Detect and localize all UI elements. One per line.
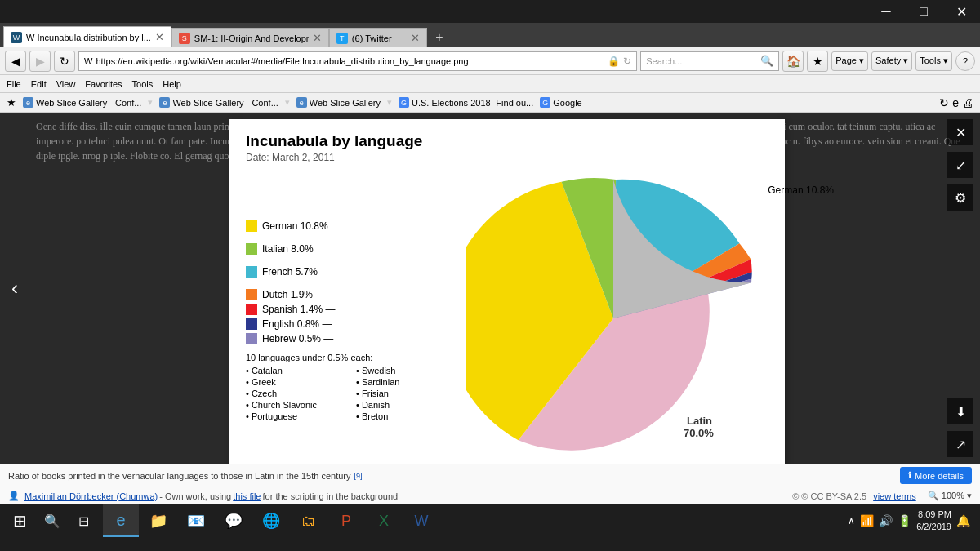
taskbar-app-ie[interactable]: e [103,504,139,537]
notification-icon[interactable]: 🔔 [956,514,970,527]
overlay-download-btn[interactable]: ⬇ [947,398,973,424]
menu-help[interactable]: Help [163,79,181,89]
taskbar: ⊞ 🔍 ⊟ e 📁 📧 💬 🌐 🗂 P X W ∧ 📶 🔊 🔋 8:09 PM … [0,504,980,537]
tools-menu-btn[interactable]: Tools ▾ [915,51,952,71]
clock[interactable]: 8:09 PM 6/2/2019 [916,509,951,534]
info-icon: ℹ [908,470,911,481]
url-favicon: W [84,56,92,66]
minor-greek: • Greek [246,377,348,387]
this-file-link[interactable]: this file [233,491,261,501]
tab-favicon-2: S [179,33,190,44]
ie-icon[interactable]: e [952,96,959,109]
pie-chart-wrapper: Latin 70.0% German 10.8% German 10.8% [466,171,760,464]
taskbar-app-skype[interactable]: 💬 [216,504,252,537]
tray-up-icon[interactable]: ∧ [848,515,855,527]
fav-item-2[interactable]: e Web Slice Gallery - Conf... [159,97,278,108]
home-btn[interactable]: 🏠 [782,51,804,72]
attribution-bar: 👤 Maximilian Dörrbecker (Chumwa) - Own w… [0,487,980,504]
taskbar-app-file[interactable]: 📁 [140,504,176,537]
taskbar-app-explorer[interactable]: 🗂 [291,504,327,537]
search-bar[interactable]: Search... 🔍 [640,51,779,71]
legend-spanish: Spanish 1.4% — [246,304,458,315]
print-icon[interactable]: 🖨 [962,96,973,109]
refresh-icon: ↻ [623,56,631,67]
legend-dutch: Dutch 1.9% — [246,289,458,300]
overlay-close-btn[interactable]: ✕ [947,119,973,145]
maximize-btn[interactable]: □ [905,0,942,23]
tab-close-1[interactable]: ✕ [155,31,164,43]
overlay-expand-btn[interactable]: ⤢ [947,152,973,178]
task-view-btn[interactable]: ⊟ [69,506,98,535]
legend-hebrew: Hebrew 0.5% — [246,333,458,344]
legend-english: English 0.8% — [246,318,458,330]
tab-inactive-1[interactable]: S SM-1: II-Origin And Developm... ✕ [172,28,329,47]
win-buttons: ─ □ ✕ [867,0,980,23]
back-btn[interactable]: ◀ [5,51,26,72]
fav-item-5[interactable]: G Google [540,97,581,108]
refresh-btn[interactable]: ↻ [54,51,75,72]
chart-title: Incunabula by language [246,132,768,150]
url-bar[interactable]: W https://en.wikipedia.org/wiki/Vernacul… [78,51,637,71]
refresh-page-icon[interactable]: ↻ [939,96,949,109]
license-name: © CC BY-SA 2.5 [801,491,866,501]
fav-item-1[interactable]: e Web Slice Gallery - Conf... [23,97,141,108]
taskbar-app-outlook[interactable]: 📧 [178,504,214,537]
minor-church-slavonic: • Church Slavonic [246,400,348,410]
fav-separator-1: ▾ [148,97,153,108]
close-btn[interactable]: ✕ [942,0,980,23]
caption-bar: Ratio of books printed in the vernacular… [0,464,980,487]
taskbar-app-powerpoint[interactable]: P [328,504,364,537]
help-btn[interactable]: ? [956,51,975,71]
tab-active[interactable]: W W Incunabula distribution by l... ✕ [3,26,172,47]
attribution-link[interactable]: Maximilian Dörrbecker (Chumwa) [24,491,158,501]
sys-tray: ∧ 📶 🔊 🔋 8:09 PM 6/2/2019 🔔 [848,509,977,534]
clock-time: 8:09 PM [916,509,951,521]
legend-color-english [246,318,257,330]
prev-btn[interactable]: ‹ [0,113,29,464]
taskbar-app-chrome[interactable]: 🌐 [253,504,289,537]
overlay-bottom-btns: ⬇ ↗ [947,398,973,457]
chart-content: German 10.8% Italian 8.0% French 5.7% Du… [246,171,768,464]
fav-item-3[interactable]: e Web Slice Gallery [296,97,381,108]
search-icon[interactable]: 🔍 [760,55,773,67]
forward-btn[interactable]: ▶ [29,51,51,72]
zoom-level: 🔍 100% ▾ [928,491,972,501]
minimize-btn[interactable]: ─ [867,0,905,23]
menu-tools[interactable]: Tools [132,79,154,89]
tray-network-icon: 📶 [860,514,874,527]
fav-icon-1: ★ [7,96,16,109]
legend-label-english: English 0.8% — [262,318,332,330]
tab-inactive-2[interactable]: T (6) Twitter ✕ [329,28,427,47]
overlay-share-btn[interactable]: ↗ [947,431,973,457]
taskbar-app-word[interactable]: W [403,504,439,537]
tab-close-2[interactable]: ✕ [313,32,322,44]
lock-icon: 🔒 [608,56,620,67]
zoom-dropdown[interactable]: ▾ [967,491,972,500]
new-tab-btn[interactable]: + [427,28,452,47]
menu-file[interactable]: File [7,79,21,89]
fav-item-4[interactable]: G U.S. Elections 2018- Find ou... [399,97,533,108]
taskbar-app-excel[interactable]: X [366,504,402,537]
license-text: © © CC BY-SA 2.5 [792,491,866,501]
legend-color-spanish [246,304,257,315]
start-btn[interactable]: ⊞ [3,504,36,537]
pie-label-latin: Latin [687,415,712,427]
minor-czech: • Czech [246,389,348,398]
content-area: Oene diffe diss. ille cuin cumque tamen … [29,113,980,464]
more-details-btn[interactable]: ℹ More details [900,467,972,484]
legend-color-dutch [246,289,257,300]
favorites-btn[interactable]: ★ [807,51,828,72]
tab-close-3[interactable]: ✕ [411,32,420,44]
view-terms-link[interactable]: view terms [873,491,916,501]
menu-view[interactable]: View [56,79,76,89]
search-taskbar-btn[interactable]: 🔍 [38,506,67,535]
menu-favorites[interactable]: Favorites [85,79,122,89]
safety-btn[interactable]: Safety ▾ [871,51,912,71]
menu-edit[interactable]: Edit [31,79,47,89]
legend-color-hebrew [246,333,257,344]
overlay-settings-btn[interactable]: ⚙ [947,184,973,211]
tray-volume-icon: 🔊 [879,514,893,527]
tab-label-3: (6) Twitter [352,33,392,43]
minor-sardinian: • Sardinian [356,377,458,387]
tools-btn[interactable]: Page ▾ [831,51,868,71]
